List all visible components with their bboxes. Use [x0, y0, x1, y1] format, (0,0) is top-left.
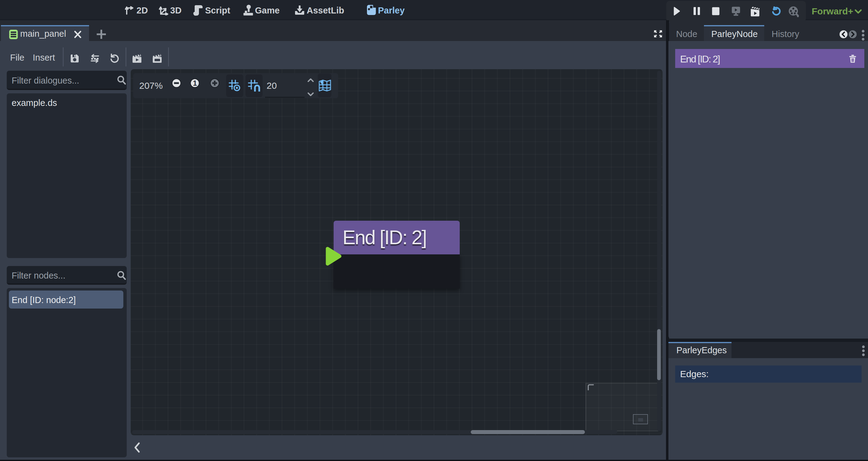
svg-text:1: 1 [193, 79, 197, 87]
